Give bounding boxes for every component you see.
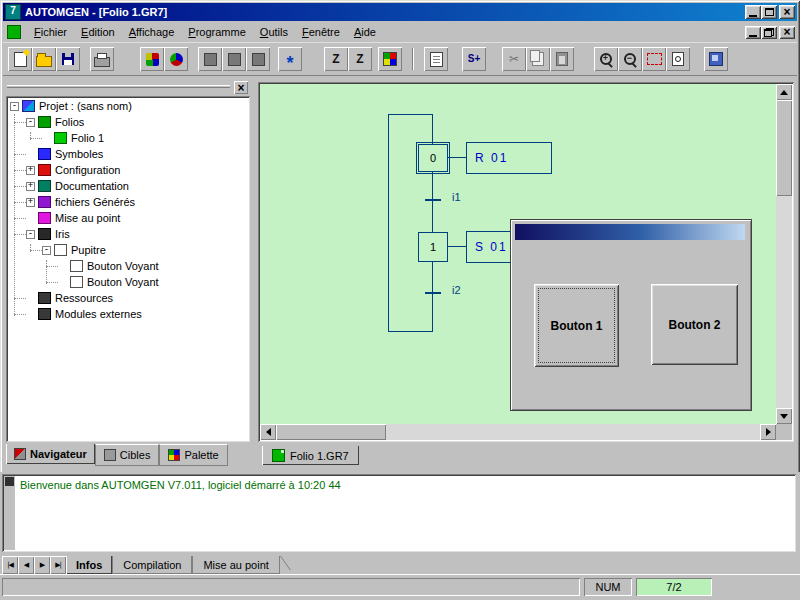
copy-button[interactable]	[526, 47, 550, 71]
status-bar: NUM 7/2	[0, 574, 800, 600]
tree-item-ressources[interactable]: Ressources	[8, 290, 248, 306]
expand-toggle[interactable]: +	[26, 198, 35, 207]
tree-item-projet[interactable]: - Projet : (sans nom)	[8, 98, 248, 114]
close-button[interactable]	[779, 5, 795, 19]
pupitre-bouton-2[interactable]: Bouton 2	[651, 284, 738, 365]
title-bar[interactable]: 7 AUTOMGEN - [Folio 1.GR7]	[3, 3, 797, 21]
expand-toggle[interactable]: -	[26, 118, 35, 127]
grafcet-transition-2[interactable]	[425, 292, 441, 294]
run-button-2[interactable]	[222, 47, 246, 71]
iris-button[interactable]	[378, 47, 402, 71]
mdi-minimize-button[interactable]	[745, 26, 761, 39]
menu-fichier[interactable]: Fichier	[27, 23, 74, 41]
open-project-button[interactable]	[32, 47, 56, 71]
expand-toggle[interactable]: +	[26, 182, 35, 191]
menu-aide[interactable]: Aide	[347, 23, 383, 41]
document-icon[interactable]	[7, 25, 21, 39]
connect-button[interactable]: *	[278, 47, 302, 71]
expand-toggle[interactable]: -	[42, 246, 51, 255]
tab-cibles[interactable]: Cibles	[95, 444, 160, 466]
step-number: 1	[430, 242, 436, 253]
tab-scroll-next-button[interactable]: ▶	[34, 556, 50, 574]
tree-item-bouton-voyant-2[interactable]: Bouton Voyant	[8, 274, 248, 290]
paste-icon	[556, 52, 568, 66]
tab-mise-au-point[interactable]: Mise au point	[192, 556, 279, 574]
tab-compilation[interactable]: Compilation	[112, 556, 192, 574]
paste-button[interactable]	[550, 47, 574, 71]
print-button[interactable]	[90, 47, 114, 71]
tab-scroll-first-button[interactable]: |◀	[2, 556, 18, 574]
go-button-2[interactable]: Z	[348, 47, 372, 71]
mdi-close-button[interactable]	[779, 26, 795, 39]
folio-canvas[interactable]: 0 R 01 i1 1 S 01 i2	[260, 84, 776, 424]
cut-button[interactable]: ✂	[502, 47, 526, 71]
grafcet-step-1[interactable]: 1	[418, 232, 448, 262]
build-target-button[interactable]	[164, 47, 188, 71]
scroll-right-button[interactable]	[760, 424, 776, 440]
minimize-button[interactable]	[745, 5, 761, 19]
run-button-1[interactable]	[198, 47, 222, 71]
tab-navigateur[interactable]: Navigateur	[6, 444, 95, 464]
zoom-out-button[interactable]	[618, 47, 642, 71]
tree-item-symboles[interactable]: Symboles	[8, 146, 248, 162]
tree-item-iris[interactable]: - Iris	[8, 226, 248, 242]
menu-edition[interactable]: Edition	[74, 23, 122, 41]
symbol-plus-button[interactable]: S+	[462, 47, 486, 71]
forms-button[interactable]	[424, 47, 448, 71]
expand-toggle[interactable]: -	[26, 230, 35, 239]
maximize-button[interactable]	[761, 5, 777, 19]
menu-affichage[interactable]: Affichage	[122, 23, 182, 41]
expand-toggle[interactable]: +	[26, 166, 35, 175]
transition-label-i1[interactable]: i1	[452, 192, 461, 203]
go-button-1[interactable]: Z	[324, 47, 348, 71]
scroll-up-button[interactable]	[776, 84, 792, 100]
new-folio-button[interactable]	[8, 47, 32, 71]
build-all-button[interactable]	[140, 47, 164, 71]
panel-close-button[interactable]	[234, 81, 248, 94]
tree-item-folio-1[interactable]: Folio 1	[8, 130, 248, 146]
message-area[interactable]: Bienvenue dans AUTOMGEN V7.011, logiciel…	[2, 474, 796, 552]
vertical-scrollbar[interactable]	[776, 84, 792, 424]
scroll-left-button[interactable]	[260, 424, 276, 440]
tree-item-configuration[interactable]: + Configuration	[8, 162, 248, 178]
tree-item-documentation[interactable]: + Documentation	[8, 178, 248, 194]
tree-item-pupitre[interactable]: - Pupitre	[8, 242, 248, 258]
tree-item-mise-au-point[interactable]: Mise au point	[8, 210, 248, 226]
run-button-3[interactable]	[246, 47, 270, 71]
save-button[interactable]	[56, 47, 80, 71]
vertical-scroll-thumb[interactable]	[776, 100, 792, 196]
horizontal-scroll-thumb[interactable]	[276, 424, 386, 440]
grafcet-transition-1[interactable]	[425, 199, 441, 201]
tab-palette[interactable]: Palette	[159, 444, 227, 466]
menu-fenetre[interactable]: Fenêtre	[295, 23, 347, 41]
menu-programme[interactable]: Programme	[181, 23, 252, 41]
project-panel-header[interactable]	[4, 80, 252, 96]
expand-toggle[interactable]: -	[10, 102, 19, 111]
grafcet-bottom-line	[388, 331, 433, 332]
zoom-in-button[interactable]	[594, 47, 618, 71]
scroll-down-button[interactable]	[776, 408, 792, 424]
tree-item-bouton-voyant-1[interactable]: Bouton Voyant	[8, 258, 248, 274]
modules-button[interactable]	[704, 47, 728, 71]
folio-tab[interactable]: Folio 1.GR7	[262, 446, 359, 465]
panel-grip[interactable]	[7, 85, 230, 88]
gutter-handle[interactable]	[5, 477, 14, 486]
tab-scroll-prev-button[interactable]: ◀	[18, 556, 34, 574]
pupitre-title-bar[interactable]	[515, 224, 745, 240]
horizontal-scrollbar[interactable]	[260, 424, 776, 440]
tree-item-fichiers-generes[interactable]: + fichiers Générés	[8, 194, 248, 210]
mdi-restore-button[interactable]	[761, 26, 777, 39]
menu-outils[interactable]: Outils	[253, 23, 295, 41]
pupitre-bouton-1[interactable]: Bouton 1	[534, 284, 619, 367]
tree-item-modules-externes[interactable]: Modules externes	[8, 306, 248, 322]
zoom-selection-button[interactable]	[642, 47, 666, 71]
grafcet-step-0[interactable]: 0	[418, 144, 448, 172]
tab-infos[interactable]: Infos	[66, 556, 112, 574]
iris-tree-icon	[38, 228, 51, 240]
pupitre-window[interactable]: Bouton 1 Bouton 2	[510, 219, 752, 411]
grafcet-action-0[interactable]: R 01	[466, 142, 552, 174]
transition-label-i2[interactable]: i2	[452, 285, 461, 296]
tab-scroll-last-button[interactable]: ▶|	[50, 556, 66, 574]
zoom-page-button[interactable]	[666, 47, 690, 71]
tree-item-folios[interactable]: - Folios	[8, 114, 248, 130]
